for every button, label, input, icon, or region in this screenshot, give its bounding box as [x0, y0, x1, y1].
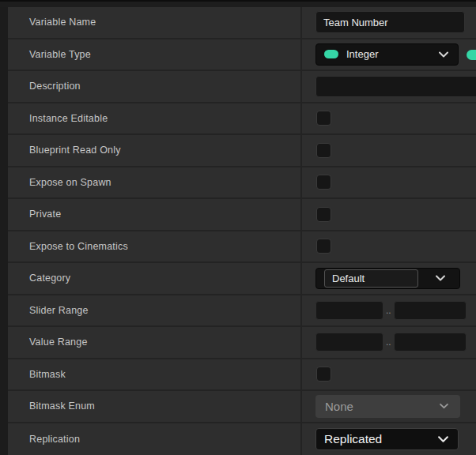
instance-editable-checkbox[interactable] — [316, 111, 331, 126]
variable-details-panel: Variable Name Variable Type Integer De — [0, 0, 476, 455]
row-variable-name: Variable Name — [8, 7, 476, 39]
row-blueprint-read-only: Blueprint Read Only — [8, 135, 476, 167]
expose-to-cinematics-label: Expose to Cinematics — [8, 241, 128, 252]
row-value-range: Value Range .. — [8, 327, 476, 359]
bitmask-enum-dropdown: None — [315, 395, 460, 418]
range-separator: .. — [386, 306, 391, 314]
private-label: Private — [8, 209, 61, 220]
container-type-pill-icon[interactable] — [467, 50, 476, 60]
details-rows: Variable Name Variable Type Integer De — [8, 7, 476, 455]
replication-label: Replication — [8, 434, 80, 445]
chevron-down-icon — [435, 275, 446, 282]
chevron-down-icon — [438, 51, 449, 58]
chevron-down-icon — [437, 435, 449, 443]
expose-to-cinematics-checkbox[interactable] — [316, 239, 331, 254]
bitmask-checkbox[interactable] — [316, 367, 331, 382]
header-bar — [0, 0, 476, 7]
description-input[interactable] — [315, 76, 476, 97]
row-variable-type: Variable Type Integer — [8, 39, 476, 72]
row-expose-on-spawn: Expose on Spawn — [8, 167, 476, 200]
slider-range-max-input[interactable] — [394, 301, 467, 320]
blueprint-read-only-checkbox[interactable] — [316, 143, 331, 158]
category-input[interactable] — [324, 269, 418, 288]
row-description: Description — [8, 71, 476, 103]
row-replication: Replication Replicated — [8, 423, 476, 455]
value-range-max-input[interactable] — [394, 333, 467, 352]
description-label: Description — [8, 81, 81, 92]
variable-type-label: Variable Type — [8, 49, 91, 60]
blueprint-read-only-label: Blueprint Read Only — [8, 145, 121, 156]
column-splitter[interactable] — [300, 7, 302, 455]
slider-range-label: Slider Range — [8, 305, 89, 316]
bitmask-enum-value: None — [325, 400, 353, 413]
row-bitmask: Bitmask — [8, 359, 476, 392]
replication-dropdown[interactable]: Replicated — [315, 428, 459, 450]
row-category: Category — [8, 263, 476, 295]
row-instance-editable: Instance Editable — [8, 103, 476, 136]
row-slider-range: Slider Range .. — [8, 295, 476, 328]
chevron-down-icon — [439, 403, 449, 409]
variable-type-value: Integer — [346, 48, 378, 60]
variable-name-input[interactable] — [315, 11, 465, 33]
row-private: Private — [8, 199, 476, 231]
expose-on-spawn-checkbox[interactable] — [316, 175, 331, 190]
expose-on-spawn-label: Expose on Spawn — [8, 177, 111, 188]
variable-name-label: Variable Name — [8, 17, 96, 28]
slider-range-min-input[interactable] — [315, 301, 383, 320]
category-label: Category — [8, 273, 70, 284]
replication-value: Replicated — [324, 432, 382, 446]
variable-type-dropdown[interactable]: Integer — [315, 43, 459, 66]
value-range-label: Value Range — [8, 337, 88, 348]
value-range-min-input[interactable] — [315, 333, 383, 352]
bitmask-enum-label: Bitmask Enum — [8, 400, 95, 412]
integer-type-pill-icon — [324, 50, 338, 58]
category-combobox[interactable] — [315, 268, 460, 289]
range-separator: .. — [386, 338, 391, 346]
row-expose-to-cinematics: Expose to Cinematics — [8, 231, 476, 264]
private-checkbox[interactable] — [316, 207, 331, 222]
row-bitmask-enum: Bitmask Enum None — [8, 391, 476, 423]
instance-editable-label: Instance Editable — [8, 113, 108, 124]
bitmask-label: Bitmask — [8, 369, 66, 380]
